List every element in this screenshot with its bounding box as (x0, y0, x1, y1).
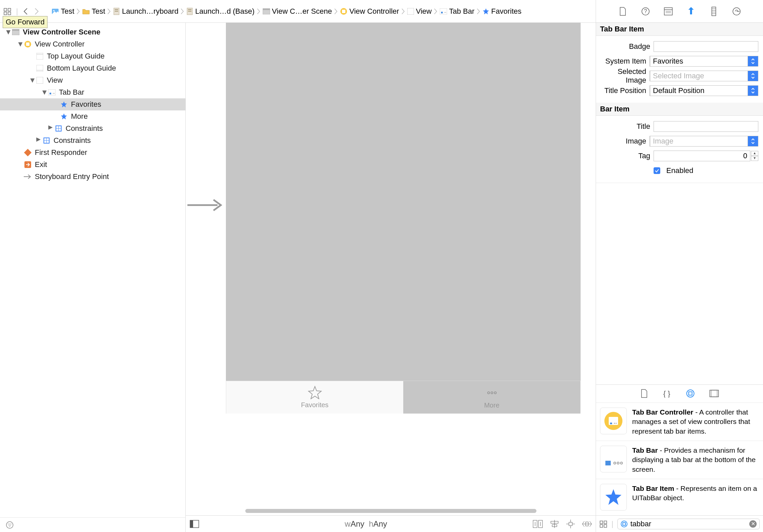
related-items-icon[interactable] (3, 7, 11, 15)
breadcrumb-item[interactable]: Launch…d (Base) (186, 7, 254, 16)
svg-text:{ }: { } (663, 389, 670, 397)
attributes-inspector-icon[interactable] (686, 6, 696, 16)
breadcrumb-item[interactable]: Test (82, 7, 105, 16)
breadcrumb-item[interactable]: Test (52, 7, 74, 16)
library-item[interactable]: Tab Bar Controller - A controller that m… (596, 403, 763, 441)
library-grid-icon[interactable] (599, 520, 607, 528)
outline-view[interactable]: ▼ View (0, 74, 185, 86)
outline-tab-bar[interactable]: ▼ Tab Bar (0, 86, 185, 98)
canvas-tab-favorites[interactable]: Favorites (226, 381, 403, 414)
title-position-select[interactable] (650, 85, 758, 96)
title-input[interactable] (654, 121, 758, 132)
library-search[interactable]: ✕ (617, 519, 760, 529)
svg-rect-2 (4, 12, 7, 15)
outline-entry-point[interactable]: Storyboard Entry Point (0, 171, 185, 183)
clear-search-icon[interactable]: ✕ (749, 520, 757, 528)
inspector-tabs: ? (596, 0, 763, 23)
system-item-select[interactable] (650, 56, 758, 67)
library-item[interactable]: Tab Bar Item - Represents an item on a U… (596, 479, 763, 515)
file-template-library-icon[interactable] (641, 389, 648, 398)
library-search-input[interactable] (630, 520, 747, 528)
breadcrumb-item[interactable]: View C…er Scene (263, 7, 332, 16)
library-list: Tab Bar Controller - A controller that m… (596, 403, 763, 515)
breadcrumb-item[interactable]: Tab Bar (440, 7, 475, 16)
tag-stepper[interactable]: ▴▾ (751, 151, 758, 161)
outline-bottom-layout-guide[interactable]: Bottom Layout Guide (0, 62, 185, 74)
badge-input[interactable] (654, 41, 758, 52)
image-combo[interactable] (650, 136, 758, 147)
svg-rect-41 (36, 65, 43, 72)
breadcrumb-separator-icon (434, 8, 438, 15)
size-class-control[interactable]: wAny hAny (345, 519, 387, 529)
breadcrumb-item[interactable]: Favorites (483, 7, 521, 16)
size-inspector-icon[interactable] (709, 6, 719, 16)
connections-inspector-icon[interactable] (732, 6, 742, 16)
layout-guide-icon (35, 65, 44, 72)
breadcrumb-separator-icon (334, 8, 338, 15)
svg-point-47 (54, 93, 55, 94)
selected-image-combo[interactable] (650, 71, 758, 81)
constraints-icon (42, 137, 51, 144)
library-item-icon (600, 408, 627, 434)
canvas-footer: wAny hAny (186, 515, 596, 532)
media-library-icon[interactable] (709, 390, 719, 397)
chevron-up-down-icon (748, 136, 758, 146)
design-surface[interactable]: Favorites More (186, 23, 596, 507)
title-position-label: Title Position (596, 86, 646, 95)
breadcrumb-separator-icon (401, 8, 405, 15)
resolve-issues-icon[interactable] (582, 520, 592, 528)
svg-rect-10 (188, 9, 191, 10)
outline-scene[interactable]: ▼ View Controller Scene (0, 26, 185, 38)
pin-icon[interactable] (566, 520, 575, 528)
svg-text:?: ? (644, 8, 647, 14)
canvas-scrollbar[interactable] (186, 507, 596, 515)
outline-constraints-2[interactable]: ▼ Constraints (0, 135, 185, 147)
svg-rect-99 (600, 525, 603, 527)
constraints-icon (54, 125, 63, 132)
identity-inspector-icon[interactable] (663, 6, 673, 16)
svg-rect-102 (623, 523, 625, 525)
svg-marker-21 (483, 8, 489, 14)
enabled-checkbox[interactable] (654, 167, 660, 174)
align-icon[interactable] (550, 520, 559, 528)
library-item[interactable]: Tab Bar - Provides a mechanism for displ… (596, 441, 763, 479)
tag-input[interactable] (654, 151, 750, 161)
svg-rect-15 (342, 10, 345, 13)
outline-first-responder[interactable]: First Responder (0, 147, 185, 159)
svg-rect-75 (569, 522, 572, 526)
outline-exit[interactable]: Exit (0, 159, 185, 171)
outline-constraints-1[interactable]: ▼ Constraints (0, 122, 185, 135)
breadcrumb-item[interactable]: View (407, 7, 432, 16)
view-canvas[interactable] (226, 23, 581, 414)
quick-help-icon[interactable]: ? (641, 6, 651, 16)
outline-top-layout-guide[interactable]: Top Layout Guide (0, 50, 185, 62)
outline-more[interactable]: More (0, 110, 185, 122)
stack-icon[interactable] (533, 520, 543, 528)
filter-icon[interactable] (5, 521, 14, 529)
enabled-label: Enabled (666, 166, 693, 175)
svg-rect-100 (604, 525, 607, 527)
system-item-label: System Item (596, 57, 646, 66)
object-library-icon[interactable] (686, 389, 695, 398)
file-inspector-icon[interactable] (618, 6, 628, 16)
tag-label: Tag (596, 152, 650, 160)
go-forward-icon[interactable] (33, 8, 39, 15)
svg-point-95 (620, 462, 622, 464)
code-snippet-library-icon[interactable]: { } (663, 389, 671, 397)
canvas-tab-bar[interactable]: Favorites More (226, 381, 581, 414)
svg-rect-1 (8, 8, 11, 11)
search-scope-icon[interactable] (620, 520, 628, 528)
star-outline-icon (308, 386, 322, 399)
title-label: Title (596, 122, 650, 131)
outline-view-controller[interactable]: ▼ View Controller (0, 38, 185, 50)
go-back-icon[interactable] (23, 8, 29, 15)
section-tab-bar-item: Tab Bar Item (596, 23, 763, 36)
outline-favorites[interactable]: Favorites (0, 98, 185, 110)
document-outline: ▼ View Controller Scene ▼ View Controlle… (0, 23, 186, 532)
canvas-tab-more[interactable]: More (403, 381, 580, 414)
svg-point-66 (491, 392, 493, 394)
svg-rect-84 (689, 392, 692, 395)
toggle-outline-icon[interactable] (190, 520, 199, 528)
breadcrumb-item[interactable]: View Controller (340, 7, 399, 16)
breadcrumb-item[interactable]: Launch…ryboard (113, 7, 178, 16)
